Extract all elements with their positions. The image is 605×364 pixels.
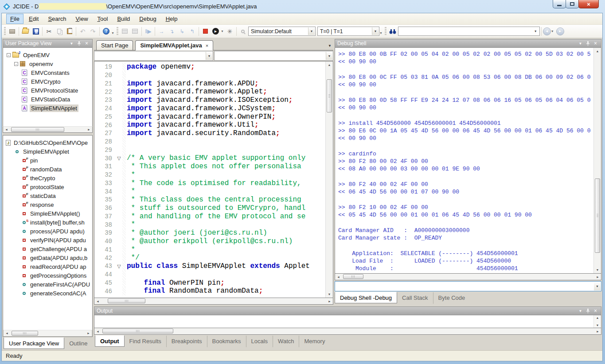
search-combo[interactable]: ▼ <box>398 27 540 36</box>
toolbar-overflow-icon[interactable]: ▼ <box>379 31 383 35</box>
open-button[interactable] <box>20 27 31 36</box>
code-line[interactable]: 43▽public class SimpleEMVApplet extends … <box>94 262 333 271</box>
outline-item[interactable]: getData(APDU apdu,b <box>3 253 92 262</box>
step-out-button[interactable]: ↳ <box>177 27 187 36</box>
cut-button[interactable]: ✂ <box>44 27 54 36</box>
debug-hscrollbar[interactable]: ◄ ► <box>335 274 601 280</box>
code-line[interactable]: 37 * and handling of the EMV protocol an… <box>94 213 333 221</box>
close-button[interactable]: × <box>578 0 599 8</box>
tab-memory[interactable]: Memory <box>299 336 330 347</box>
scroll-down-icon[interactable]: ▼ <box>594 267 601 273</box>
scroll-left-icon[interactable]: ◄ <box>3 127 10 132</box>
debug-shell-log[interactable]: >> 80 E8 00 0B FF 02 00 05 04 02 00 05 0… <box>338 50 601 273</box>
scroll-up-icon[interactable]: ▲ <box>326 62 333 68</box>
outline-item[interactable]: Fresponse <box>3 200 92 209</box>
menu-view[interactable]: View <box>72 14 92 24</box>
output-hscrollbar[interactable]: ◄ ► <box>94 328 601 335</box>
code-line[interactable]: 20 <box>94 71 333 80</box>
outline-item[interactable]: FrandomData <box>3 165 92 174</box>
panel-close-button[interactable]: × <box>592 308 599 314</box>
step-return-button[interactable]: ↰ <box>187 27 197 36</box>
output-header[interactable]: Output ▼ × <box>94 306 601 315</box>
maximize-button[interactable] <box>566 0 579 8</box>
scroll-right-icon[interactable]: ► <box>594 274 601 280</box>
menu-edit[interactable]: Edit <box>25 14 43 24</box>
debug-vscrollbar[interactable]: ▲ ▼ <box>593 48 601 273</box>
chevron-down-icon[interactable]: ▼ <box>594 282 601 290</box>
scroll-left-icon[interactable]: ◄ <box>4 330 10 336</box>
code-editor[interactable]: 19package openemv;2021import javacard.fr… <box>94 61 333 298</box>
chevron-down-icon[interactable]: ▼ <box>308 27 315 35</box>
menu-search[interactable]: Search <box>44 14 70 24</box>
panel-pin-button[interactable] <box>585 308 591 314</box>
tab-user-package-view[interactable]: User Package View <box>4 337 64 349</box>
scrollbar-thumb[interactable] <box>108 298 145 303</box>
code-line[interactable]: 38 * <box>94 221 333 229</box>
scroll-up-icon[interactable]: ▲ <box>596 316 599 319</box>
outline-item[interactable]: readRecord(APDU ap <box>3 262 92 271</box>
code-line[interactable]: 42 */ <box>94 254 333 262</box>
stop-button[interactable] <box>200 27 211 36</box>
editor-member-combo[interactable]: ▼ <box>214 51 333 61</box>
minimize-button[interactable] <box>553 0 566 8</box>
find-in-files-button[interactable] <box>388 27 398 36</box>
tab-find-results[interactable]: Find Results <box>125 336 166 347</box>
editor-vscrollbar[interactable]: ▲ ▼ <box>325 62 333 298</box>
nav-forward-button[interactable]: ► <box>556 27 564 35</box>
code-line[interactable]: 32 * <box>94 171 333 179</box>
code-line[interactable]: 40 * @author erikpoll (erikpoll@cs.ru.nl… <box>94 237 333 246</box>
code-line[interactable]: 39 * @author joeri (joeri@cs.ru.nl) <box>94 229 333 237</box>
code-line[interactable]: 27import javacard.security.RandomData; <box>94 129 333 138</box>
code-line[interactable]: 41 * <box>94 246 333 254</box>
scroll-right-icon[interactable]: ► <box>86 127 92 132</box>
scrollbar-thumb[interactable] <box>11 127 64 132</box>
save-button[interactable] <box>31 27 41 36</box>
nav-back-dropdown-icon[interactable]: ▼ <box>551 30 554 33</box>
scrollbar-thumb[interactable] <box>327 79 332 112</box>
redo-button[interactable]: ↷ <box>88 27 98 36</box>
user-package-view-header[interactable]: User Package View ▼ × <box>3 39 93 48</box>
code-line[interactable]: 26import javacard.framework.Util; <box>94 121 333 129</box>
run-to-cursor-button[interactable]: ‖▶ <box>143 27 153 36</box>
fold-open-icon[interactable]: ▽ <box>116 155 122 161</box>
code-line[interactable]: 21import javacard.framework.APDU; <box>94 80 333 88</box>
outline-item[interactable]: process(APDU apdu) <box>3 227 92 236</box>
debug-shell-header[interactable]: Debug Shell ▼ × <box>335 39 601 48</box>
menu-debug[interactable]: Debug <box>135 14 160 24</box>
code-line[interactable]: 45 final OwnerPIN pin; <box>94 279 333 287</box>
outline-item[interactable]: getProcessingOptions <box>3 271 92 280</box>
code-line[interactable]: 46 final RandomData randomData; <box>94 287 333 295</box>
code-line[interactable]: 24import javacard.framework.JCSystem; <box>94 105 333 113</box>
tab-outline[interactable]: Outline <box>64 338 92 349</box>
outline-item[interactable]: FprotocolState <box>3 182 92 191</box>
undo-button[interactable]: ↶ <box>78 27 88 36</box>
toolbar-grip[interactable] <box>4 27 6 36</box>
tree-item-emvprotocolstate[interactable]: CEMVProtocolState <box>3 86 92 95</box>
outline-item[interactable]: SimpleEMVApplet <box>3 147 92 156</box>
chevron-down-icon[interactable]: ▼ <box>326 52 332 60</box>
menu-help[interactable]: Help <box>162 14 182 24</box>
outline-list[interactable]: JD:\GitHubSC\OpenEMV\OpeSimpleEMVAppletF… <box>3 136 92 330</box>
outline-item[interactable]: Sinstall(byte[] buffer,sh <box>3 218 92 227</box>
package-tree-hscrollbar[interactable]: ◄ ► <box>3 126 93 133</box>
code-line[interactable]: 44 <box>94 271 333 279</box>
step-over-button[interactable]: ↴ <box>167 27 177 36</box>
scroll-right-icon[interactable]: ► <box>85 330 92 336</box>
outline-item[interactable]: FtheCrypto <box>3 174 92 182</box>
outline-root[interactable]: JD:\GitHubSC\OpenEMV\Ope <box>3 138 92 147</box>
tab-close-icon[interactable]: × <box>206 43 208 48</box>
scroll-right-icon[interactable]: ► <box>326 298 333 304</box>
fold-open-icon[interactable]: ▽ <box>116 263 122 269</box>
panel-menu-button[interactable]: ▼ <box>577 308 584 314</box>
tab-list-dropdown-icon[interactable]: ▼ <box>328 44 332 48</box>
paste-button[interactable] <box>64 27 74 36</box>
outline-item[interactable]: generateSecondAC(A <box>3 289 92 298</box>
outline-item[interactable]: getChallenge(APDU a <box>3 244 92 253</box>
code-line[interactable]: 22import javacard.framework.Applet; <box>94 88 333 96</box>
chevron-down-icon[interactable]: ▼ <box>372 27 379 35</box>
code-line[interactable]: 36 * stuff is outsourced to EMVCrypro, h… <box>94 204 333 213</box>
attach-debug-button[interactable]: ✳ <box>225 27 235 36</box>
scroll-left-icon[interactable]: ◄ <box>335 274 342 280</box>
start-debug-button[interactable]: ▶ <box>211 27 221 36</box>
output-console[interactable]: ▲ ▼ <box>94 315 601 328</box>
